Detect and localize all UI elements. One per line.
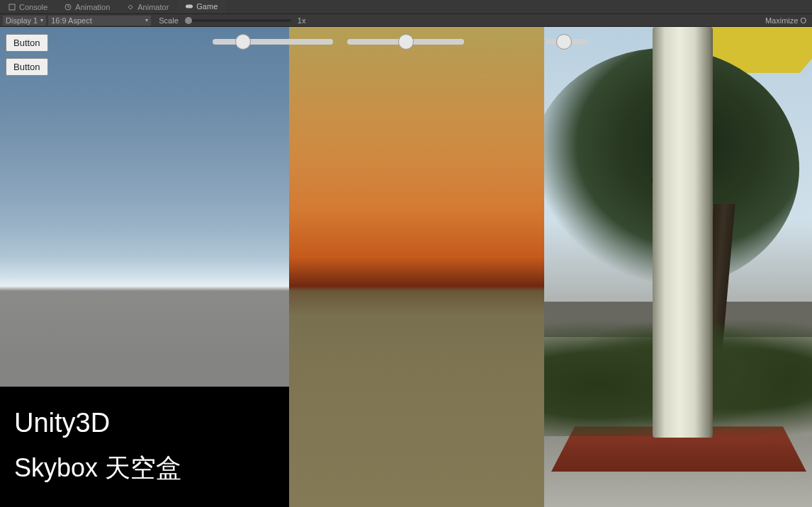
game-slider-2[interactable] — [347, 39, 464, 45]
tab-animator[interactable]: Animator — [118, 0, 177, 13]
maximize-button[interactable]: Maximize O — [765, 16, 806, 25]
caption-overlay: Unity3D Skybox 天空盒 — [0, 387, 289, 507]
tab-game[interactable]: Game — [177, 0, 226, 13]
photo-pillar — [653, 27, 713, 438]
scale-value: 1x — [298, 16, 306, 25]
scale-slider-thumb[interactable] — [185, 17, 192, 24]
svg-rect-4 — [186, 4, 193, 8]
skybox-panel-sunset — [289, 27, 544, 507]
clock-icon — [64, 4, 72, 11]
animator-icon — [127, 4, 134, 11]
skybox-panel-photo — [544, 27, 812, 507]
slider-3-thumb[interactable] — [556, 34, 572, 50]
tab-animation[interactable]: Animation — [56, 0, 118, 13]
tab-animation-label: Animation — [75, 3, 110, 11]
game-view: Button Button Unity3D Skybox 天空盒 — [0, 27, 812, 507]
tab-game-label: Game — [196, 2, 218, 11]
aspect-dropdown[interactable]: 16:9 Aspect ▾ — [48, 16, 151, 25]
chevron-down-icon: ▾ — [40, 17, 43, 23]
chevron-down-icon: ▾ — [145, 17, 148, 23]
game-slider-3[interactable] — [546, 39, 588, 45]
game-slider-1[interactable] — [213, 39, 333, 45]
caption-subtitle: Skybox 天空盒 — [14, 451, 275, 486]
svg-rect-0 — [9, 4, 15, 10]
console-icon — [9, 4, 16, 11]
tab-console-label: Console — [19, 3, 47, 11]
game-icon — [186, 3, 193, 10]
display-label: Display 1 — [6, 16, 38, 25]
slider-2-thumb[interactable] — [398, 34, 414, 50]
tab-animator-label: Animator — [137, 3, 169, 11]
display-dropdown[interactable]: Display 1 ▾ — [3, 16, 46, 25]
aspect-label: 16:9 Aspect — [51, 16, 92, 25]
scale-slider[interactable] — [185, 19, 291, 22]
tab-console[interactable]: Console — [0, 0, 56, 13]
ui-button-2[interactable]: Button — [6, 58, 48, 76]
tab-bar: Console Animation Animator Game — [0, 0, 812, 14]
slider-1-thumb[interactable] — [235, 34, 251, 50]
scale-label: Scale — [159, 16, 179, 25]
ui-button-1[interactable]: Button — [6, 34, 48, 52]
caption-title: Unity3D — [14, 408, 275, 438]
game-toolbar: Display 1 ▾ 16:9 Aspect ▾ Scale 1x Maxim… — [0, 14, 812, 27]
